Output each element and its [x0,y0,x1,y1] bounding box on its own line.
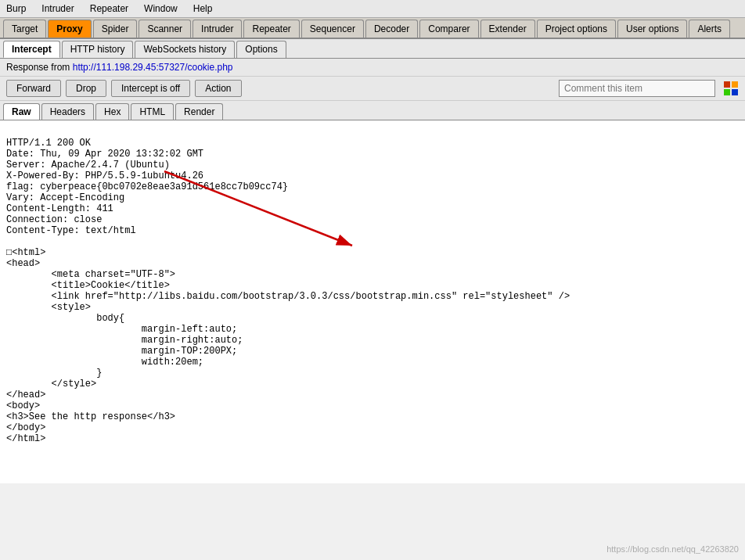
tab-scanner[interactable]: Scanner [139,20,191,38]
tab-target[interactable]: Target [3,20,46,38]
menu-window[interactable]: Window [141,2,181,16]
subtab-intercept[interactable]: Intercept [3,41,60,58]
view-tab-raw[interactable]: Raw [3,103,40,120]
tab-repeater[interactable]: Repeater [243,20,299,38]
html-body-content: □<html> <head> <meta charset="UTF-8"> <t… [6,247,570,444]
menu-help[interactable]: Help [190,2,216,16]
svg-rect-2 [724,89,730,95]
subtab-options[interactable]: Options [236,41,286,58]
response-url[interactable]: http://111.198.29.45:57327/cookie.php [73,62,233,73]
main-tab-bar: Target Proxy Spider Scanner Intruder Rep… [0,18,745,39]
tab-user-options[interactable]: User options [617,20,687,38]
action-button[interactable]: Action [195,80,241,97]
tab-alerts[interactable]: Alerts [689,20,730,38]
svg-rect-3 [732,89,738,95]
intercept-button[interactable]: Intercept is off [111,80,190,97]
menu-burp[interactable]: Burp [3,2,29,16]
response-bar: Response from http://111.198.29.45:57327… [0,59,745,77]
tab-extender[interactable]: Extender [480,20,535,38]
tab-comparer[interactable]: Comparer [419,20,478,38]
http-response-header: HTTP/1.1 200 OK Date: Thu, 09 Apr 2020 1… [6,138,288,236]
action-bar: Forward Drop Intercept is off Action [0,77,745,101]
tab-spider[interactable]: Spider [93,20,138,38]
tab-project-options[interactable]: Project options [537,20,616,38]
sub-tab-bar: Intercept HTTP history WebSockets histor… [0,39,745,59]
menu-repeater[interactable]: Repeater [87,2,131,16]
content-area[interactable]: HTTP/1.1 200 OK Date: Thu, 09 Apr 2020 1… [0,120,745,483]
forward-button[interactable]: Forward [6,80,61,97]
subtab-http-history[interactable]: HTTP history [62,41,134,58]
tab-proxy[interactable]: Proxy [48,20,91,38]
view-tab-headers[interactable]: Headers [41,103,94,120]
comment-input[interactable] [559,80,715,97]
grid-icon [723,81,739,96]
response-prefix: Response from [6,62,73,73]
view-tab-render[interactable]: Render [175,103,223,120]
drop-button[interactable]: Drop [66,80,106,97]
view-tab-hex[interactable]: Hex [95,103,129,120]
svg-rect-1 [732,81,738,88]
tab-sequencer[interactable]: Sequencer [301,20,364,38]
view-tab-html[interactable]: HTML [131,103,174,120]
view-tab-bar: Raw Headers Hex HTML Render [0,101,745,120]
svg-rect-0 [724,81,730,88]
menu-intruder[interactable]: Intruder [38,2,77,16]
tab-decoder[interactable]: Decoder [365,20,418,38]
subtab-websockets-history[interactable]: WebSockets history [135,41,235,58]
menu-bar: Burp Intruder Repeater Window Help [0,0,745,18]
tab-intruder[interactable]: Intruder [193,20,242,38]
